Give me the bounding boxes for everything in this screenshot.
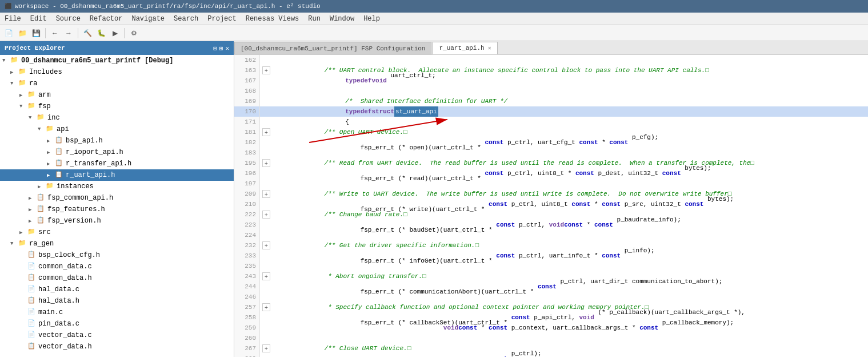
sidebar-header: Project Explorer ⊟ ⊞ ✕ — [0, 41, 234, 55]
arm-label: arm — [38, 91, 51, 99]
bsp-clock-label: bsp_clock_cfg.h — [38, 251, 100, 259]
fsp-common-label: fsp_common_api.h — [47, 194, 113, 202]
file-icon: 📋 — [27, 273, 37, 283]
fsp-features-label: fsp_features.h — [47, 205, 105, 213]
inc-label: inc — [47, 114, 60, 122]
code-line — [260, 86, 868, 96]
sidebar-item-pin-data-c[interactable]: ▶ 📄 pin_data.c — [0, 318, 234, 330]
arrow-icon: ▼ — [10, 81, 18, 86]
toolbar-run[interactable]: ▶ — [109, 27, 121, 39]
sidebar-item-ra[interactable]: ▼ 📁 ra — [0, 78, 234, 89]
toolbar-back[interactable]: ← — [49, 27, 61, 39]
code-line: fsp_err_t (* communicationAbort)(uart_ct… — [260, 281, 868, 292]
folder-icon: 📁 — [27, 90, 37, 100]
code-line: typedef struct st_uart_api — [260, 106, 868, 117]
menu-refactor[interactable]: Refactor — [85, 14, 127, 24]
code-line: /* Shared Interface definition for UART … — [260, 96, 868, 106]
sidebar-item-common-data-c[interactable]: ▶ 📄 common_data.c — [0, 261, 234, 272]
sidebar-item-r-uart-api[interactable]: ▶ 📋 r_uart_api.h — [0, 169, 234, 181]
toolbar-build[interactable]: 🔨 — [81, 27, 94, 39]
sidebar-item-fsp-features[interactable]: ▶ 📋 fsp_features.h — [0, 204, 234, 215]
fsp-label: fsp — [38, 102, 51, 110]
code-content[interactable]: + /** UART control block. Allocate an in… — [260, 55, 868, 357]
sidebar-item-instances[interactable]: ▶ 📁 instances — [0, 181, 234, 192]
sidebar-item-hal-data-h[interactable]: ▶ 📋 hal_data.h — [0, 295, 234, 307]
tab-r-uart-api-label: r_uart_api.h — [439, 45, 484, 51]
tab-fsp-config[interactable]: [00_dshanmcu_ra6m5_uart_printf] FSP Conf… — [234, 42, 431, 54]
sidebar-title: Project Explorer — [5, 45, 65, 51]
sidebar-item-ra-gen[interactable]: ▼ 📁 ra_gen — [0, 238, 234, 249]
arrow-icon: ▶ — [29, 195, 37, 201]
sidebar-expand-icon[interactable]: ⊞ — [219, 45, 223, 52]
toolbar-sep-2 — [78, 28, 78, 38]
sidebar-item-includes[interactable]: ▶ 📁 Includes — [0, 66, 234, 78]
sidebar-collapse-icon[interactable]: ⊟ — [213, 45, 217, 52]
sidebar-item-api[interactable]: ▼ 📁 api — [0, 124, 234, 135]
code-line: fsp_err_t (* open)(uart_ctrl_t * const p… — [260, 137, 868, 148]
sidebar-header-icons: ⊟ ⊞ ✕ — [213, 45, 229, 52]
tab-close-icon[interactable]: ✕ — [488, 45, 491, 51]
toolbar-open[interactable]: 📁 — [16, 27, 29, 39]
ra-label: ra — [29, 80, 37, 88]
sidebar-item-common-data-h[interactable]: ▶ 📋 common_data.h — [0, 272, 234, 284]
sidebar-item-fsp-common-api[interactable]: ▶ 📋 fsp_common_api.h — [0, 192, 234, 204]
toolbar-settings[interactable]: ⚙ — [127, 27, 140, 39]
sidebar-item-src[interactable]: ▶ 📁 src — [0, 227, 234, 238]
menu-navigate[interactable]: Navigate — [127, 14, 169, 24]
sidebar-item-r-ioport-api[interactable]: ▶ 📋 r_ioport_api.h — [0, 146, 234, 158]
sidebar-item-fsp-version[interactable]: ▶ 📋 fsp_version.h — [0, 215, 234, 227]
menu-source[interactable]: Source — [51, 14, 85, 24]
sidebar-item-bsp-api[interactable]: ▶ 📋 bsp_api.h — [0, 135, 234, 146]
sidebar-item-fsp[interactable]: ▼ 📁 fsp — [0, 101, 234, 112]
toolbar-save[interactable]: 💾 — [30, 27, 42, 39]
menu-run[interactable]: Run — [303, 14, 325, 24]
sidebar-content: ▼ 📁 00_dshanmcu_ra6m5_uart_printf [Debug… — [0, 55, 234, 357]
r-transfer-label: r_transfer_api.h — [66, 160, 131, 168]
file-icon: 📋 — [37, 205, 46, 214]
toolbar: 📄 📁 💾 ← → 🔨 🐛 ▶ ⚙ — [0, 25, 868, 41]
folder-icon: 📁 — [27, 102, 37, 111]
code-line: fsp_err_t (* infoGet)(uart_ctrl_t * cons… — [260, 251, 868, 261]
toolbar-debug[interactable]: 🐛 — [95, 27, 107, 39]
sidebar-item-vector-data-c[interactable]: ▶ 📄 vector_data.c — [0, 330, 234, 341]
file-icon: 📋 — [27, 342, 37, 351]
sidebar-close-icon[interactable]: ✕ — [225, 45, 229, 52]
file-icon: 📄 — [27, 285, 37, 294]
sidebar-item-vector-data-h[interactable]: ▶ 📋 vector_data.h — [0, 341, 234, 352]
menu-help[interactable]: Help — [359, 14, 385, 24]
toolbar-forward[interactable]: → — [62, 27, 75, 39]
includes-label: Includes — [29, 68, 62, 76]
toolbar-new[interactable]: 📄 — [2, 27, 15, 39]
arrow-icon: ▶ — [47, 172, 55, 178]
arrow-icon: ▶ — [29, 218, 37, 224]
sidebar-item-arm[interactable]: ▶ 📁 arm — [0, 89, 234, 101]
tab-bar: [00_dshanmcu_ra6m5_uart_printf] FSP Conf… — [234, 41, 868, 55]
code-line: + /** UART control block. Allocate an in… — [260, 65, 868, 76]
menu-renesas[interactable]: Renesas Views — [241, 14, 304, 24]
menu-window[interactable]: Window — [325, 14, 359, 24]
sidebar-item-inc[interactable]: ▼ 📁 inc — [0, 112, 234, 124]
arrow-icon: ▼ — [2, 58, 10, 64]
file-icon: 📋 — [27, 251, 37, 260]
file-icon: 📋 — [27, 296, 37, 306]
sidebar-item-bsp-clock[interactable]: ▶ 📋 bsp_clock_cfg.h — [0, 249, 234, 261]
menu-bar: File Edit Source Refactor Navigate Searc… — [0, 13, 868, 25]
tab-r-uart-api[interactable]: r_uart_api.h ✕ — [433, 42, 497, 54]
r-uart-label: r_uart_api.h — [66, 171, 115, 179]
menu-project[interactable]: Project — [203, 14, 241, 24]
fsp-version-label: fsp_version.h — [47, 217, 101, 225]
file-icon: 📋 — [55, 136, 64, 145]
sidebar: Project Explorer ⊟ ⊞ ✕ ▼ 📁 00_dshanmcu_r… — [0, 41, 234, 357]
arrow-icon: ▶ — [47, 149, 55, 156]
menu-edit[interactable]: Edit — [26, 14, 51, 24]
sidebar-item-hal-data-c[interactable]: ▶ 📄 hal_data.c — [0, 284, 234, 295]
folder-icon: 📁 — [46, 125, 55, 134]
main-layout: Project Explorer ⊟ ⊞ ✕ ▼ 📁 00_dshanmcu_r… — [0, 41, 868, 357]
menu-file[interactable]: File — [0, 14, 26, 24]
sidebar-item-main-c[interactable]: ▶ 📄 main.c — [0, 307, 234, 318]
arrow-icon: ▼ — [19, 104, 27, 109]
sidebar-item-r-transfer-api[interactable]: ▶ 📋 r_transfer_api.h — [0, 158, 234, 169]
sidebar-item-project[interactable]: ▼ 📁 00_dshanmcu_ra6m5_uart_printf [Debug… — [0, 55, 234, 66]
menu-search[interactable]: Search — [169, 14, 203, 24]
folder-icon: 📁 — [10, 56, 19, 65]
